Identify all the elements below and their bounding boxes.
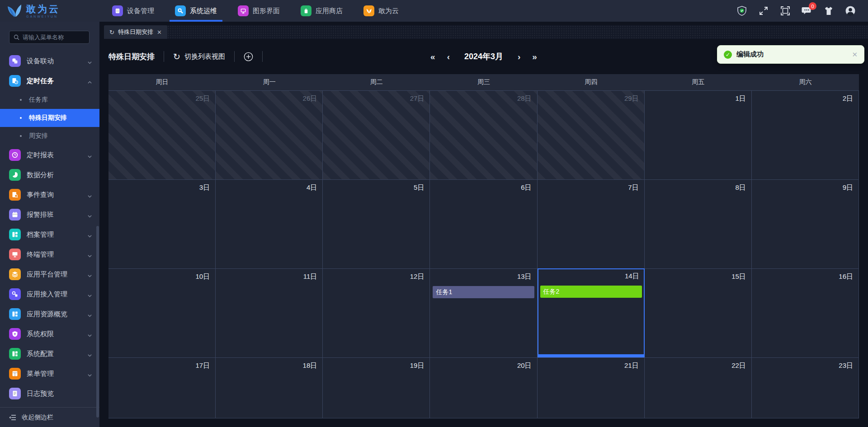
next-month-button[interactable]: › [518,52,520,61]
sidebar-item-label: 应用接入管理 [27,290,87,299]
toast-close-icon[interactable]: ✕ [852,51,858,59]
sidebar-item-13[interactable]: 菜单管理 [0,364,99,384]
messages-icon[interactable]: 0 [801,5,813,17]
nav-item-label: 图形界面 [253,7,280,15]
doc-icon [9,388,21,399]
nav-item-2[interactable]: 图形界面 [230,0,288,22]
plus-circle-icon [244,52,253,61]
add-schedule-button[interactable] [244,52,253,61]
nav-item-3[interactable]: 应用商店 [292,0,351,22]
calendar-cell-11[interactable]: 11日 [216,268,323,357]
calendar-cell-15[interactable]: 15日 [645,268,752,357]
shield-icon [9,328,21,340]
date-label: 3日 [108,180,215,193]
fullscreen-icon[interactable] [758,5,769,17]
calendar-cell-8[interactable]: 8日 [645,179,752,268]
sidebar-subitem-1-1[interactable]: 特殊日期安排 [0,109,99,127]
calendar-cell-16[interactable]: 16日 [752,268,859,357]
calendar-cell-4[interactable]: 4日 [216,179,323,268]
sidebar-item-14[interactable]: 日志预览 [0,384,99,404]
weekday-header: 周日 [108,74,216,90]
calendar-cell-14[interactable]: 14日任务2 [538,268,645,357]
calendar-cell-5[interactable]: 5日 [323,179,430,268]
sidebar-item-6[interactable]: 档案管理 [0,225,99,244]
top-navbar: 敢为云 GANWEIYUN 设备管理系统运维图形界面应用商店敢为云 0 [0,0,868,22]
nav-item-4[interactable]: 敢为云 [355,0,407,22]
calendar-cell-1[interactable]: 1日 [645,90,752,179]
date-label: 13日 [430,269,537,282]
toolbar-divider [234,51,235,62]
calendar-cell-20[interactable]: 20日 [430,357,537,418]
sidebar-scrollbar[interactable] [96,226,99,418]
date-label: 1日 [645,91,751,104]
sidebar-item-4[interactable]: 事件查询 [0,185,99,205]
shield-check-icon[interactable] [736,5,748,17]
squares-icon [9,55,21,67]
sidebar-item-9[interactable]: 应用接入管理 [0,284,99,304]
tab-special-date-schedule[interactable]: ↻ 特殊日期安排 ✕ [104,25,167,39]
date-label: 2日 [752,91,859,104]
calendar-cell-17[interactable]: 17日 [108,357,216,418]
calendar-cell-10[interactable]: 10日 [108,268,216,357]
tab-close-icon[interactable]: ✕ [157,29,162,36]
grid-icon [9,368,21,380]
sidebar-item-3[interactable]: 数据分析 [0,165,99,185]
date-label: 29日 [538,91,644,104]
layers-icon [9,268,21,280]
sidebar-subitem-1-2[interactable]: 周安排 [0,127,99,145]
sidebar-item-label: 事件查询 [27,191,87,199]
date-label: 12日 [323,269,429,282]
calendar-cell-29[interactable]: 29日 [538,90,645,179]
sidebar-item-10[interactable]: 应用资源概览 [0,304,99,324]
toolbar-divider [164,51,164,62]
sidebar-item-11[interactable]: 系统权限 [0,324,99,344]
calendar-cell-19[interactable]: 19日 [323,357,430,418]
avatar-icon[interactable] [844,5,856,17]
calendar-cell-12[interactable]: 12日 [323,268,430,357]
nav-item-0[interactable]: 设备管理 [104,0,162,22]
screenshot-icon[interactable] [779,5,791,17]
prev-year-button[interactable]: « [430,52,435,61]
tab-refresh-icon[interactable]: ↻ [109,29,114,36]
calendar-cell-18[interactable]: 18日 [216,357,323,418]
search-input[interactable] [23,34,85,41]
sidebar-item-5[interactable]: 报警排班 [0,205,99,225]
sidebar-item-2[interactable]: 定时报表 [0,145,99,165]
collapse-sidebar-button[interactable]: 收起侧边栏 [0,407,99,427]
sidebar-item-label: 系统权限 [27,330,87,338]
main-content: ↻ 特殊日期安排 ✕ 特殊日期安排 ↻ 切换列表视图 [99,22,868,427]
task-bar[interactable]: 任务2 [540,286,642,298]
sidebar-item-7[interactable]: 终端管理 [0,244,99,264]
calendar-cell-25[interactable]: 25日 [108,90,216,179]
bullet-icon [20,99,22,101]
calendar-cell-6[interactable]: 6日 [430,179,537,268]
prev-month-button[interactable]: ‹ [447,52,450,61]
sidebar-item-label: 定时任务 [27,77,87,85]
calendar-cell-21[interactable]: 21日 [538,357,645,418]
calendar-cell-23[interactable]: 23日 [752,357,859,418]
sidebar-item-1[interactable]: 定时任务 [0,71,99,91]
nav-item-1[interactable]: 系统运维 [167,0,225,22]
month-navigation: « ‹ 2024年3月 › » [430,51,537,62]
sidebar-item-label: 设备联动 [27,57,87,66]
calendar-cell-28[interactable]: 28日 [430,90,537,179]
calendar-cell-7[interactable]: 7日 [538,179,645,268]
monitor-icon [9,249,21,260]
calendar-cell-22[interactable]: 22日 [645,357,752,418]
calendar-cell-13[interactable]: 13日任务1 [430,268,537,357]
next-year-button[interactable]: » [532,52,537,61]
calendar-cell-9[interactable]: 9日 [752,179,859,268]
calendar-cell-2[interactable]: 2日 [752,90,859,179]
calendar-cell-27[interactable]: 27日 [323,90,430,179]
sidebar-item-0[interactable]: 设备联动 [0,51,99,71]
sidebar-item-12[interactable]: 系统配置 [0,344,99,364]
sidebar-subitem-1-0[interactable]: 任务库 [0,91,99,109]
theme-icon[interactable] [823,5,835,17]
chevron-down-icon [87,232,92,237]
switch-list-view-button[interactable]: ↻ 切换列表视图 [173,52,225,62]
cards-icon [9,308,21,320]
calendar-cell-26[interactable]: 26日 [216,90,323,179]
calendar-cell-3[interactable]: 3日 [108,179,216,268]
task-bar[interactable]: 任务1 [433,286,534,298]
sidebar-item-8[interactable]: 应用平台管理 [0,264,99,284]
